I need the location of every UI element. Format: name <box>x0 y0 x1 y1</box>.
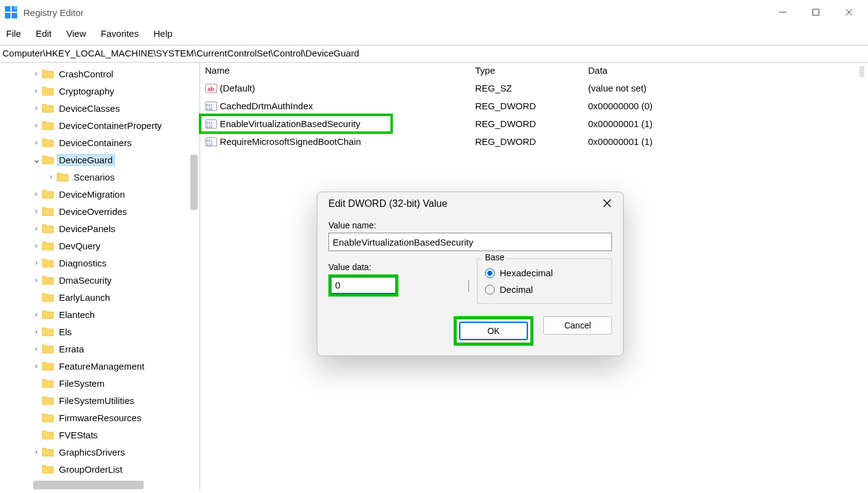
svg-rect-2 <box>5 13 10 18</box>
folder-icon <box>42 361 54 371</box>
value-data-input[interactable] <box>331 277 396 294</box>
value-data-label: Value data: <box>328 262 459 272</box>
chevron-right-icon[interactable]: › <box>32 138 41 147</box>
chevron-right-icon[interactable]: › <box>32 344 41 353</box>
column-header-data[interactable]: Data <box>588 65 868 76</box>
chevron-right-icon[interactable]: › <box>32 87 41 95</box>
chevron-right-icon[interactable]: › <box>32 448 41 456</box>
tree-item-label: FeatureManagement <box>58 361 145 371</box>
folder-icon <box>42 275 54 285</box>
tree-item[interactable]: ⌄DeviceGuard <box>0 151 200 168</box>
folder-icon <box>42 447 54 457</box>
tree-horizontal-scrollbar[interactable] <box>33 481 144 489</box>
menu-favorites[interactable]: Favorites <box>101 28 139 39</box>
tree-item[interactable]: ›Errata <box>0 340 200 357</box>
folder-icon <box>42 223 54 233</box>
tree-item[interactable]: ›Diagnostics <box>0 254 200 271</box>
tree-item[interactable]: FVEStats <box>0 426 200 443</box>
tree-item-label: FileSystem <box>58 378 106 389</box>
radio-hexadecimal[interactable]: Hexadecimal <box>485 268 604 278</box>
chevron-right-icon[interactable]: › <box>32 276 41 284</box>
value-data: 0x00000001 (1) <box>588 118 653 129</box>
tree-item[interactable]: ›DeviceMigration <box>0 185 200 203</box>
chevron-right-icon[interactable]: › <box>32 207 41 215</box>
tree-item-label: Elantech <box>58 309 96 320</box>
value-row[interactable]: 011110RequireMicrosoftSignedBootChainREG… <box>200 133 868 150</box>
tree-item-label: DeviceMigration <box>58 189 126 200</box>
tree-item[interactable]: GroupOrderList <box>0 460 200 478</box>
chevron-right-icon[interactable]: › <box>32 258 41 267</box>
ok-button[interactable]: OK <box>459 322 528 340</box>
tree-scrollbar-thumb[interactable] <box>190 155 198 210</box>
maximize-button[interactable] <box>810 7 821 18</box>
value-row[interactable]: ab(Default)REG_SZ(value not set) <box>200 79 868 97</box>
radio-dec-label: Decimal <box>500 284 533 295</box>
tree-item[interactable]: ›DevQuery <box>0 237 200 254</box>
chevron-right-icon[interactable]: › <box>32 241 41 250</box>
folder-icon <box>56 172 69 182</box>
svg-text:110: 110 <box>206 125 213 128</box>
menu-edit[interactable]: Edit <box>36 28 52 39</box>
svg-text:ab: ab <box>207 86 214 92</box>
menubar: File Edit View Favorites Help <box>0 25 868 45</box>
registry-tree[interactable]: ›CrashControl›Cryptography›DeviceClasses… <box>0 63 200 478</box>
svg-text:110: 110 <box>206 142 213 146</box>
folder-icon <box>42 189 54 199</box>
chevron-right-icon[interactable]: › <box>32 190 41 198</box>
radio-decimal[interactable]: Decimal <box>485 284 604 295</box>
column-header-name[interactable]: Name <box>200 65 475 76</box>
tree-item-label: DeviceGuard <box>58 155 114 165</box>
chevron-right-icon[interactable]: › <box>32 362 41 370</box>
tree-item[interactable]: ›DeviceClasses <box>0 99 200 117</box>
value-name-label: Value name: <box>328 220 612 230</box>
menu-view[interactable]: View <box>66 28 86 39</box>
tree-item[interactable]: ›Els <box>0 323 200 340</box>
tree-item[interactable]: ›GraphicsDrivers <box>0 443 200 460</box>
tree-item[interactable]: ›DevicePanels <box>0 220 200 237</box>
folder-icon <box>42 430 54 440</box>
tree-item[interactable]: ›DeviceOverrides <box>0 203 200 220</box>
value-name-field[interactable]: EnableVirtualizationBasedSecurity <box>328 233 612 251</box>
value-row[interactable]: 011110CachedDrtmAuthIndexREG_DWORD0x0000… <box>200 97 868 115</box>
tree-item[interactable]: ›CrashControl <box>0 65 200 82</box>
column-header-type[interactable]: Type <box>475 65 588 76</box>
tree-item[interactable]: ›Scenarios <box>0 168 200 185</box>
tree-item[interactable]: FirmwareResources <box>0 409 200 426</box>
folder-icon <box>42 120 54 130</box>
edit-dword-dialog: Edit DWORD (32-bit) Value Value name: En… <box>317 192 624 356</box>
menu-file[interactable]: File <box>6 28 21 39</box>
tree-item-label: Errata <box>58 344 85 354</box>
value-row[interactable]: 011110EnableVirtualizationBasedSecurity <box>200 115 392 133</box>
chevron-down-icon[interactable]: ⌄ <box>32 157 41 163</box>
menu-help[interactable]: Help <box>153 28 172 39</box>
value-type: REG_SZ <box>475 83 588 93</box>
chevron-right-icon[interactable]: › <box>32 104 41 112</box>
folder-icon <box>42 241 54 250</box>
tree-item-label: CrashControl <box>58 69 114 79</box>
chevron-right-icon[interactable]: › <box>47 173 55 181</box>
chevron-right-icon[interactable]: › <box>32 69 41 78</box>
tree-item[interactable]: ›DmaSecurity <box>0 271 200 289</box>
close-button[interactable] <box>843 7 854 18</box>
chevron-right-icon[interactable]: › <box>32 327 41 336</box>
dialog-body: Value name: EnableVirtualizationBasedSec… <box>317 214 623 355</box>
svg-rect-0 <box>5 6 10 12</box>
tree-item[interactable]: ›Elantech <box>0 306 200 323</box>
minimize-button[interactable] <box>777 7 788 18</box>
tree-vertical-scrollbar[interactable] <box>188 63 200 491</box>
address-bar[interactable]: Computer\HKEY_LOCAL_MACHINE\SYSTEM\Curre… <box>0 45 868 63</box>
tree-item[interactable]: ›DeviceContainers <box>0 134 200 151</box>
tree-item[interactable]: FileSystemUtilities <box>0 392 200 409</box>
chevron-right-icon[interactable]: › <box>32 310 41 319</box>
tree-item[interactable]: EarlyLaunch <box>0 289 200 306</box>
chevron-right-icon[interactable]: › <box>32 121 41 130</box>
tree-item[interactable]: ›FeatureManagement <box>0 357 200 375</box>
ok-button-highlight: OK <box>454 316 533 346</box>
values-scrollbar[interactable] <box>859 66 864 77</box>
cancel-button[interactable]: Cancel <box>543 316 612 335</box>
chevron-right-icon[interactable]: › <box>32 224 41 233</box>
tree-item[interactable]: ›Cryptography <box>0 82 200 99</box>
tree-item[interactable]: ›DeviceContainerProperty <box>0 117 200 134</box>
dialog-close-button[interactable] <box>602 198 613 209</box>
tree-item[interactable]: FileSystem <box>0 375 200 392</box>
